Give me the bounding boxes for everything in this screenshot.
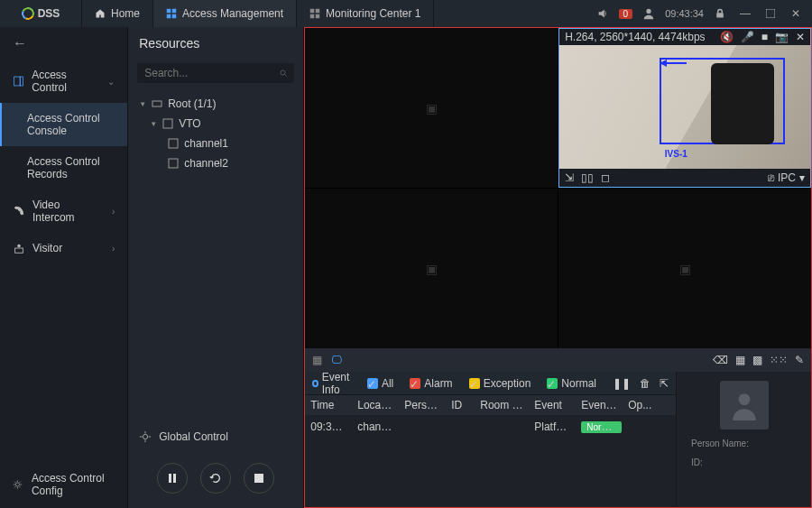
door-icon — [13, 75, 24, 88]
sidebar-item-video-intercom[interactable]: Video Intercom › — [0, 189, 127, 233]
app-name: DSS — [38, 7, 60, 20]
monitor-icon[interactable]: 🖵 — [331, 354, 342, 366]
alarm-count-badge[interactable]: 0 — [619, 9, 633, 19]
snapshot-icon[interactable]: 📷 — [775, 31, 789, 43]
main: ← Access Control ⌄ Access Control Consol… — [0, 27, 812, 508]
search-input-wrapper[interactable] — [137, 63, 294, 83]
col-person[interactable]: Perso... — [399, 399, 446, 411]
global-control[interactable]: Global Control — [128, 421, 303, 452]
filter-alarm[interactable]: ✓Alarm — [410, 377, 452, 390]
checkbox-icon: ✓ — [410, 378, 420, 389]
layout-grid-icon[interactable]: ▦ — [312, 354, 322, 366]
view-medium-icon[interactable]: ▩ — [752, 354, 762, 366]
checkbox-icon: ✓ — [547, 378, 558, 389]
tree-root[interactable]: ▼ Root (1/1) — [128, 94, 303, 114]
sound-icon[interactable] — [594, 5, 612, 23]
grid-icon — [309, 8, 320, 19]
chevron-down-icon[interactable]: ▾ — [799, 171, 805, 184]
tree-node-vto[interactable]: ▼ VTO — [128, 114, 303, 134]
tree-leaf-channel1[interactable]: channel1 — [128, 134, 303, 153]
root-icon — [152, 98, 162, 109]
cell-time: 09:38:... — [305, 420, 352, 433]
camera-placeholder-icon: ▣ — [426, 262, 438, 276]
svg-point-13 — [17, 245, 21, 248]
filter-normal[interactable]: ✓Normal — [547, 377, 596, 390]
filter-exception[interactable]: ✓Exception — [469, 377, 531, 390]
video-cell-3[interactable]: ▣ — [305, 189, 558, 348]
split-icon[interactable]: ▯▯ — [581, 171, 594, 184]
person-icon — [729, 390, 760, 420]
col-id[interactable]: ID — [446, 399, 475, 411]
gear-icon — [139, 430, 152, 443]
tree-label: channel2 — [184, 157, 228, 170]
svg-rect-1 — [172, 9, 177, 14]
lock-icon[interactable] — [711, 5, 729, 23]
global-control-label: Global Control — [159, 430, 228, 443]
view-large-icon[interactable]: ▦ — [735, 354, 745, 366]
col-event-name[interactable]: Event ... — [576, 399, 623, 411]
video-cell-1[interactable]: ▣ — [305, 28, 558, 188]
id-label: ID: — [691, 457, 703, 467]
live-feed[interactable]: IVS-1 — [559, 45, 810, 169]
ptz-icon[interactable]: ⇲ — [565, 171, 574, 184]
maximize-icon[interactable] — [761, 5, 780, 23]
col-time[interactable]: Time — [305, 399, 352, 411]
back-button[interactable]: ← — [0, 27, 127, 60]
stop-icon[interactable]: ◻ — [601, 171, 610, 184]
tab-access-management[interactable]: Access Management — [152, 0, 296, 27]
tree-leaf-channel2[interactable]: channel2 — [128, 153, 303, 173]
edit-icon[interactable]: ✎ — [795, 354, 804, 366]
trash-icon[interactable]: 🗑 — [640, 377, 651, 390]
sidebar-item-access-console[interactable]: Access Control Console — [0, 103, 127, 146]
view-small-icon[interactable]: ⁙⁙ — [770, 354, 788, 366]
control-btn-refresh[interactable] — [200, 463, 231, 494]
tab-home[interactable]: Home — [81, 0, 152, 27]
sidebar-item-access-control[interactable]: Access Control ⌄ — [0, 60, 127, 103]
device-icon — [162, 118, 173, 129]
event-filter-bar: Event Info ✓All ✓Alarm ✓Exception ✓Norma… — [305, 372, 676, 395]
pause-icon[interactable]: ❚❚ — [613, 377, 631, 390]
access-control-config[interactable]: Access Control Config — [0, 461, 127, 508]
control-btn-3[interactable] — [244, 463, 274, 494]
minimize-icon[interactable]: — — [736, 5, 754, 23]
col-operation[interactable]: Op... — [623, 399, 662, 411]
sidebar-item-access-records[interactable]: Access Control Records — [0, 146, 127, 189]
close-icon[interactable]: ✕ — [787, 5, 805, 23]
close-stream-icon[interactable]: ✕ — [796, 31, 805, 43]
svg-rect-23 — [169, 474, 171, 483]
mute-icon[interactable]: 🔇 — [720, 31, 734, 43]
col-room[interactable]: Room No. — [475, 399, 529, 411]
checkbox-icon: ✓ — [367, 378, 378, 389]
svg-point-22 — [143, 434, 148, 439]
mic-icon[interactable]: 🎤 — [741, 31, 754, 43]
svg-rect-6 — [310, 14, 315, 19]
clear-icon[interactable]: ⌫ — [713, 354, 728, 366]
resource-tree: ▼ Root (1/1) ▼ VTO channel1 channel2 — [128, 90, 303, 177]
control-circles — [128, 452, 303, 508]
sidebar-item-visitor[interactable]: Visitor › — [0, 233, 127, 263]
live-bottom-bar: ⇲ ▯▯ ◻ ⎚ IPC ▾ — [559, 169, 810, 187]
events-left: Event Info ✓All ✓Alarm ✓Exception ✓Norma… — [305, 372, 676, 507]
video-cell-4[interactable]: ▣ — [558, 189, 811, 348]
stream-info: H.264, 2560*1440, 4474kbps — [565, 31, 705, 43]
svg-line-17 — [285, 75, 287, 77]
control-btn-1[interactable] — [157, 463, 188, 494]
svg-rect-3 — [172, 14, 177, 19]
sidebar-item-label: Access Control Console — [27, 112, 115, 137]
col-event[interactable]: Event — [529, 399, 576, 411]
user-icon[interactable] — [640, 5, 658, 23]
video-cell-live[interactable]: H.264, 2560*1440, 4474kbps 🔇 🎤 ■ 📷 ✕ IVS… — [558, 28, 811, 188]
record-icon[interactable]: ■ — [761, 31, 768, 43]
tab-monitoring-center[interactable]: Monitoring Center 1 — [296, 0, 434, 27]
topbar-right: 0 09:43:34 — ✕ — [594, 5, 812, 23]
events-table-header: Time Locati... Perso... ID Room No. Even… — [305, 395, 676, 415]
sidebar-primary: ← Access Control ⌄ Access Control Consol… — [0, 27, 128, 508]
svg-rect-0 — [167, 9, 171, 14]
table-row[interactable]: 09:38:... chann... Platfor... Norm...👁 — [305, 415, 676, 439]
svg-rect-18 — [152, 101, 161, 106]
col-location[interactable]: Locati... — [352, 399, 399, 411]
grid-icon — [166, 8, 177, 19]
filter-all[interactable]: ✓All — [367, 377, 393, 390]
export-icon[interactable]: ⇱ — [660, 377, 669, 390]
search-input[interactable] — [144, 67, 280, 79]
